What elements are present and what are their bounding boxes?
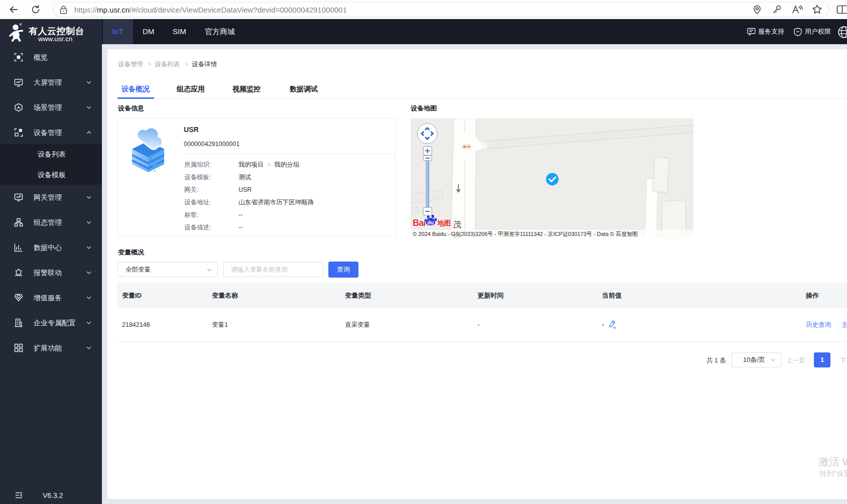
svg-text:Bai: Bai [413,218,426,228]
svg-text:茂: 茂 [453,220,461,229]
svg-text:地图: 地图 [437,219,451,227]
svg-text:© 2024 Baidu - GS(2023)3206号 -: © 2024 Baidu - GS(2023)3206号 - 甲测资字11111… [413,231,638,237]
svg-text:du: du [427,219,434,225]
